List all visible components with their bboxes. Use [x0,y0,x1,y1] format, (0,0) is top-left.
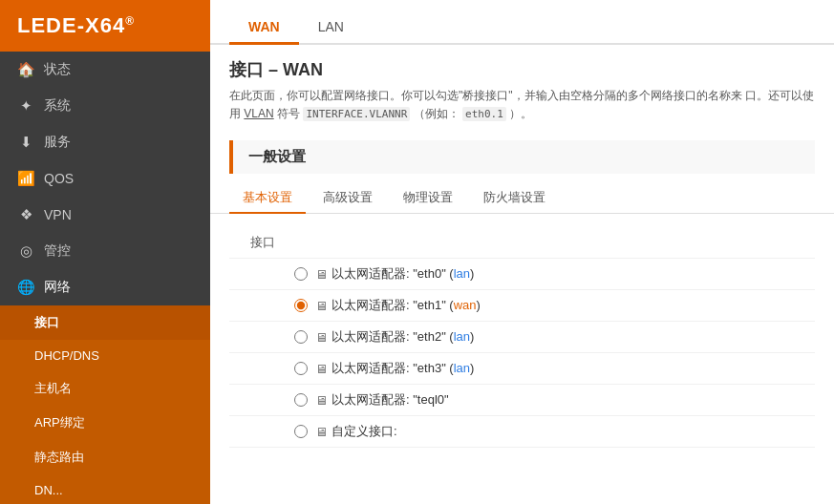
page-title: 接口 – WAN [210,45,834,87]
sidebar-item-control[interactable]: ◎ 管控 [0,233,210,269]
sidebar-item-dhcp[interactable]: DHCP/DNS [0,340,210,371]
main-content: WAN LAN 接口 – WAN 在此页面，你可以配置网络接口。你可以勾选"桥接… [210,0,834,504]
vlan-code: INTERFACE.VLANNR [303,107,410,121]
section-general: 一般设置 [229,140,815,174]
network-adapter-icon: 🖥 [315,393,328,408]
table-row: 🖥 以太网适配器: "eth0" (lan) [229,259,815,290]
sidebar-item-label: 系统 [44,97,71,115]
home-icon: 🏠 [17,61,34,78]
tab-lan[interactable]: LAN [299,11,363,45]
iface-radio-teql0[interactable] [294,393,308,407]
tab-wan[interactable]: WAN [229,11,299,45]
table-row: 🖥 以太网适配器: "teql0" [229,385,815,416]
network-adapter-icon: 🖥 [315,267,328,282]
example-code: eth0.1 [462,107,506,121]
tab-basic-settings[interactable]: 基本设置 [229,183,306,214]
sidebar-sub-label: 主机名 [34,380,72,397]
brand-name: LEDE-X64 [17,13,125,37]
gear-icon: ✦ [17,97,34,115]
settings-tabs: 基本设置 高级设置 物理设置 防火墙设置 [210,183,834,214]
sidebar-item-services[interactable]: ⬇ 服务 [0,124,210,160]
interface-col-header: 接口 [229,234,287,251]
sidebar-item-status[interactable]: 🏠 状态 [0,52,210,88]
sidebar-item-arp[interactable]: ARP绑定 [0,406,210,440]
sidebar-item-dns[interactable]: DN... [0,474,210,504]
network-adapter-icon: 🖥 [315,330,328,345]
qos-icon: 📶 [17,170,34,187]
iface-name-eth3: 以太网适配器: "eth3" (lan) [331,360,474,377]
brand-sup: ® [125,14,135,28]
sidebar-sub-label: 接口 [34,314,59,331]
iface-name-eth1: 以太网适配器: "eth1" (wan) [331,297,481,314]
iface-radio-eth3[interactable] [294,362,308,375]
services-icon: ⬇ [17,134,34,151]
network-adapter-icon: 🖥 [315,362,328,376]
iface-radio-eth0[interactable] [294,267,308,281]
sidebar-item-system[interactable]: ✦ 系统 [0,88,210,124]
tab-bar: WAN LAN [210,0,834,45]
sidebar-sub-label: DN... [34,483,63,497]
sidebar-sub-label: ARP绑定 [34,414,85,431]
tab-advanced-settings[interactable]: 高级设置 [310,183,386,214]
control-icon: ◎ [17,242,34,260]
tab-firewall-settings[interactable]: 防火墙设置 [470,183,559,214]
sidebar-network-sub: 接口 DHCP/DNS 主机名 ARP绑定 静态路由 DN... [0,305,210,504]
sidebar-item-label: 状态 [44,61,71,78]
sidebar-item-qos[interactable]: 📶 QOS [0,160,210,197]
brand-logo: LEDE-X64® [0,0,210,52]
sidebar-item-label: VPN [44,207,72,222]
table-row: 🖥 以太网适配器: "eth1" (wan) [229,290,815,322]
iface-radio-eth2[interactable] [294,330,308,344]
sidebar-item-interface[interactable]: 接口 [0,305,210,340]
table-row: 🖥 自定义接口: [229,416,815,448]
sidebar-item-label: 网络 [44,279,71,296]
vpn-icon: ❖ [17,206,34,223]
iface-name-eth0: 以太网适配器: "eth0" (lan) [331,265,474,283]
iface-name-custom: 自定义接口: [331,423,397,440]
interface-table: 接口 🖥 以太网适配器: "eth0" (lan) [210,227,834,448]
tab-physical-settings[interactable]: 物理设置 [390,183,466,214]
iface-radio-custom[interactable] [294,425,308,438]
vlan-link[interactable]: VLAN [244,107,273,120]
content-area: WAN LAN 接口 – WAN 在此页面，你可以配置网络接口。你可以勾选"桥接… [210,0,834,504]
sidebar-item-label: QOS [44,171,74,186]
sidebar-item-label: 服务 [44,134,71,151]
sidebar-item-network[interactable]: 🌐 网络 [0,269,210,305]
sidebar-sub-label: DHCP/DNS [34,348,99,363]
custom-interface-icon: 🖥 [315,425,328,439]
sidebar-item-vpn[interactable]: ❖ VPN [0,197,210,233]
network-icon: 🌐 [17,279,34,296]
sidebar-item-hostname[interactable]: 主机名 [0,371,210,406]
network-adapter-icon: 🖥 [315,299,328,313]
sidebar-sub-label: 静态路由 [34,449,84,466]
sidebar: LEDE-X64® 🏠 状态 ✦ 系统 ⬇ 服务 📶 QOS ❖ VPN ◎ 管… [0,0,210,504]
iface-name-teql0: 以太网适配器: "teql0" [331,391,449,409]
table-row: 🖥 以太网适配器: "eth2" (lan) [229,322,815,353]
iface-radio-eth1[interactable] [294,299,308,312]
interface-header-row: 接口 [229,227,815,259]
iface-name-eth2: 以太网适配器: "eth2" (lan) [331,328,474,346]
page-description: 在此页面，你可以配置网络接口。你可以勾选"桥接接口"，并输入由空格分隔的多个网络… [210,87,834,133]
sidebar-item-label: 管控 [44,242,71,260]
sidebar-item-static-route[interactable]: 静态路由 [0,440,210,474]
table-row: 🖥 以太网适配器: "eth3" (lan) [229,353,815,385]
